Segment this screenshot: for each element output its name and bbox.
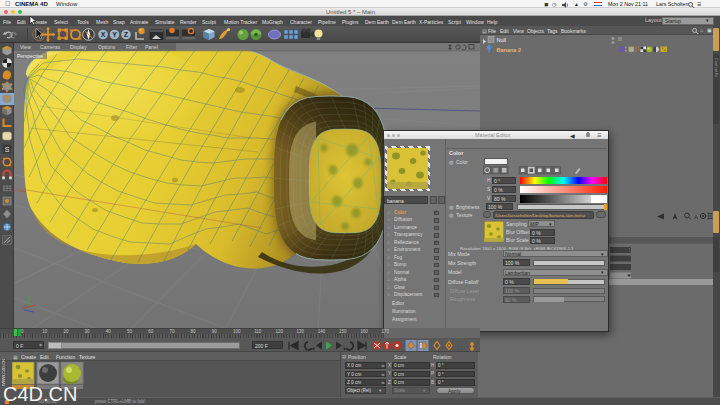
svg-text:A: A [694,214,698,220]
svg-text:View: View [20,44,31,50]
svg-text:Filter: Filter [126,44,137,50]
svg-text:Display: Display [70,44,87,50]
svg-text:Banana 2: Banana 2 [497,47,521,53]
svg-text:Options: Options [98,44,116,50]
svg-text:Y: Y [112,31,117,38]
svg-text:S: S [5,146,10,153]
svg-text:Panel: Panel [145,44,158,50]
svg-text:Perspective: Perspective [17,53,43,59]
svg-text:Cameras: Cameras [40,44,61,50]
svg-text:Z: Z [124,31,129,38]
svg-text:Null: Null [497,37,506,43]
svg-text:X: X [101,31,106,38]
